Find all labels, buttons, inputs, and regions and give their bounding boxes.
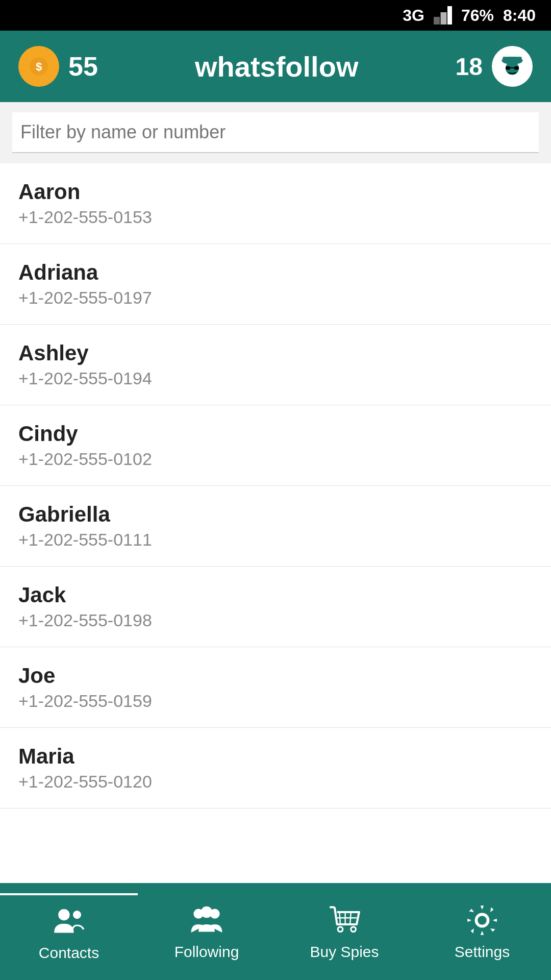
nav-contacts-label: Contacts <box>39 944 99 962</box>
contact-name: Joe <box>18 664 533 688</box>
settings-icon <box>464 902 500 938</box>
spy-avatar[interactable] <box>492 46 533 87</box>
cart-svg <box>328 904 361 937</box>
nav-buy-spies[interactable]: Buy Spies <box>276 894 413 969</box>
svg-rect-10 <box>514 66 519 70</box>
time-display: 8:40 <box>503 6 536 25</box>
contact-item[interactable]: Jack+1-202-555-0198 <box>0 567 551 647</box>
contact-phone: +1-202-555-0153 <box>18 207 533 227</box>
contact-item[interactable]: Joe+1-202-555-0159 <box>0 647 551 728</box>
contact-list: Aaron+1-202-555-0153Adriana+1-202-555-01… <box>0 163 551 883</box>
contacts-svg <box>53 905 85 938</box>
coin-count: 55 <box>68 51 98 82</box>
following-icon <box>189 902 224 938</box>
buy-spies-icon <box>327 902 362 938</box>
contact-phone: +1-202-555-0111 <box>18 530 533 550</box>
nav-settings-label: Settings <box>455 943 510 961</box>
app-title: whatsfollow <box>195 50 358 83</box>
contact-name: Aaron <box>18 180 533 204</box>
nav-following-label: Following <box>174 943 239 961</box>
contact-item[interactable]: Gabriella+1-202-555-0111 <box>0 486 551 567</box>
bottom-nav: Contacts Following <box>0 883 551 980</box>
gear-svg <box>466 904 498 937</box>
search-bar-container <box>0 102 551 163</box>
svg-marker-0 <box>434 17 440 24</box>
coin-icon: $ <box>18 46 59 87</box>
svg-point-19 <box>210 909 219 919</box>
contact-phone: +1-202-555-0198 <box>18 610 533 630</box>
contact-item[interactable]: Adriana+1-202-555-0197 <box>0 244 551 325</box>
contact-phone: +1-202-555-0194 <box>18 369 533 388</box>
status-bar: 3G 76% 8:40 <box>0 0 551 31</box>
contact-name: Maria <box>18 744 533 769</box>
battery-indicator: 76% <box>461 6 494 25</box>
contact-phone: +1-202-555-0102 <box>18 449 533 469</box>
header-right: 18 <box>456 46 533 87</box>
svg-point-26 <box>339 927 342 930</box>
contact-item[interactable]: Maria+1-202-555-0120 <box>0 728 551 808</box>
spy-icon <box>498 52 527 81</box>
contact-phone: +1-202-555-0159 <box>18 691 533 711</box>
svg-rect-7 <box>503 57 521 61</box>
svg-marker-2 <box>447 6 452 24</box>
svg-rect-9 <box>506 66 510 70</box>
contacts-icon <box>51 903 87 939</box>
app-header: $ 55 whatsfollow 18 <box>0 31 551 102</box>
nav-following[interactable]: Following <box>138 894 276 969</box>
contact-name: Cindy <box>18 422 533 446</box>
nav-contacts[interactable]: Contacts <box>0 893 138 970</box>
contact-phone: +1-202-555-0197 <box>18 288 533 308</box>
svg-point-28 <box>352 927 355 930</box>
following-svg <box>190 904 223 937</box>
svg-text:$: $ <box>36 60 42 73</box>
signal-icon <box>434 6 452 24</box>
search-input[interactable] <box>12 112 539 153</box>
contact-name: Adriana <box>18 260 533 285</box>
header-left: $ 55 <box>18 46 98 87</box>
network-indicator: 3G <box>403 6 424 25</box>
contact-item[interactable]: Ashley+1-202-555-0194 <box>0 325 551 405</box>
contact-phone: +1-202-555-0120 <box>18 772 533 792</box>
spy-count: 18 <box>456 53 483 81</box>
contact-item[interactable]: Aaron+1-202-555-0153 <box>0 163 551 244</box>
contact-name: Jack <box>18 583 533 607</box>
nav-buy-spies-label: Buy Spies <box>310 943 379 961</box>
contact-item[interactable]: Cindy+1-202-555-0102 <box>0 405 551 486</box>
contact-name: Gabriella <box>18 502 533 527</box>
contact-name: Ashley <box>18 341 533 365</box>
nav-settings[interactable]: Settings <box>413 894 551 969</box>
svg-marker-1 <box>440 12 446 24</box>
svg-point-12 <box>58 909 69 920</box>
svg-point-30 <box>478 916 487 925</box>
coins-svg: $ <box>26 54 52 79</box>
